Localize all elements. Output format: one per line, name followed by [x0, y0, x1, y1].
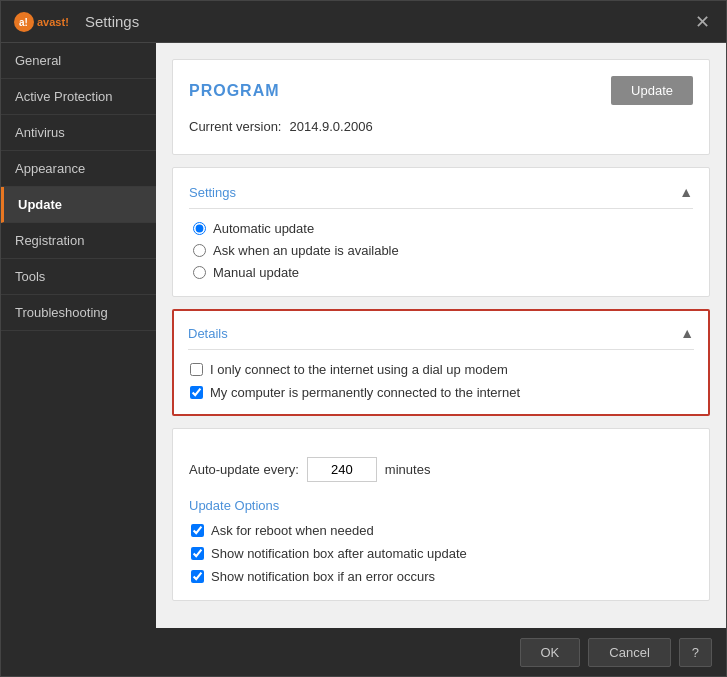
- checkbox-reboot-input[interactable]: [191, 524, 204, 537]
- checkbox-reboot-label: Ask for reboot when needed: [211, 523, 374, 538]
- svg-text:a!: a!: [19, 17, 28, 28]
- checkbox-dialup-label: I only connect to the internet using a d…: [210, 362, 508, 377]
- settings-section-header: Settings ▲: [189, 184, 693, 209]
- content-area: PROGRAM Update Current version: 2014.9.0…: [156, 43, 726, 628]
- radio-automatic-label: Automatic update: [213, 221, 314, 236]
- checkbox-notification[interactable]: Show notification box after automatic up…: [191, 546, 693, 561]
- current-version-row: Current version: 2014.9.0.2006: [189, 119, 693, 138]
- details-section-header: Details ▲: [188, 325, 694, 350]
- window-title: Settings: [85, 13, 139, 30]
- checkbox-error-input[interactable]: [191, 570, 204, 583]
- checkbox-dialup[interactable]: I only connect to the internet using a d…: [190, 362, 694, 377]
- footer-bar: OK Cancel ?: [1, 628, 726, 676]
- sidebar-item-troubleshooting[interactable]: Troubleshooting: [1, 295, 156, 331]
- radio-manual-input[interactable]: [193, 266, 206, 279]
- settings-section-title: Settings: [189, 185, 236, 200]
- close-button[interactable]: ✕: [690, 10, 714, 34]
- update-options-link[interactable]: Update Options: [189, 498, 279, 513]
- details-checkbox-group: I only connect to the internet using a d…: [188, 362, 694, 400]
- auto-update-input[interactable]: [307, 457, 377, 482]
- svg-text:avast!: avast!: [37, 16, 69, 28]
- details-chevron-icon: ▲: [680, 325, 694, 341]
- settings-card: Settings ▲ Automatic update Ask when an …: [172, 167, 710, 297]
- radio-manual-label: Manual update: [213, 265, 299, 280]
- checkbox-permanent[interactable]: My computer is permanently connected to …: [190, 385, 694, 400]
- program-title: PROGRAM: [189, 82, 280, 100]
- help-button[interactable]: ?: [679, 638, 712, 667]
- sidebar-item-update[interactable]: Update: [1, 187, 156, 223]
- update-options-section: Update Options Ask for reboot when neede…: [189, 492, 693, 584]
- cancel-button[interactable]: Cancel: [588, 638, 670, 667]
- radio-ask-label: Ask when an update is available: [213, 243, 399, 258]
- checkbox-reboot[interactable]: Ask for reboot when needed: [191, 523, 693, 538]
- settings-chevron-icon: ▲: [679, 184, 693, 200]
- radio-automatic-input[interactable]: [193, 222, 206, 235]
- sidebar-item-antivirus[interactable]: Antivirus: [1, 115, 156, 151]
- checkbox-permanent-input[interactable]: [190, 386, 203, 399]
- radio-ask[interactable]: Ask when an update is available: [193, 243, 693, 258]
- program-header: PROGRAM Update: [189, 76, 693, 105]
- sidebar-item-registration[interactable]: Registration: [1, 223, 156, 259]
- checkbox-notification-label: Show notification box after automatic up…: [211, 546, 467, 561]
- checkbox-error-label: Show notification box if an error occurs: [211, 569, 435, 584]
- auto-update-suffix: minutes: [385, 462, 431, 477]
- sidebar-item-general[interactable]: General: [1, 43, 156, 79]
- checkbox-permanent-label: My computer is permanently connected to …: [210, 385, 520, 400]
- checkbox-notification-input[interactable]: [191, 547, 204, 560]
- main-layout: General Active Protection Antivirus Appe…: [1, 43, 726, 628]
- ok-button[interactable]: OK: [520, 638, 581, 667]
- radio-manual[interactable]: Manual update: [193, 265, 693, 280]
- auto-update-row: Auto-update every: minutes: [189, 457, 693, 482]
- options-card: Auto-update every: minutes Update Option…: [172, 428, 710, 601]
- title-bar: a! avast! Settings ✕: [1, 1, 726, 43]
- program-card: PROGRAM Update Current version: 2014.9.0…: [172, 59, 710, 155]
- sidebar-item-tools[interactable]: Tools: [1, 259, 156, 295]
- radio-ask-input[interactable]: [193, 244, 206, 257]
- update-options-checkbox-group: Ask for reboot when needed Show notifica…: [189, 523, 693, 584]
- radio-automatic[interactable]: Automatic update: [193, 221, 693, 236]
- details-card: Details ▲ I only connect to the internet…: [172, 309, 710, 416]
- current-version-value: 2014.9.0.2006: [289, 119, 372, 134]
- details-section-title: Details: [188, 326, 228, 341]
- update-button[interactable]: Update: [611, 76, 693, 105]
- sidebar-item-active-protection[interactable]: Active Protection: [1, 79, 156, 115]
- checkbox-error[interactable]: Show notification box if an error occurs: [191, 569, 693, 584]
- auto-update-label: Auto-update every:: [189, 462, 299, 477]
- update-radio-group: Automatic update Ask when an update is a…: [189, 221, 693, 280]
- sidebar-item-appearance[interactable]: Appearance: [1, 151, 156, 187]
- main-window: a! avast! Settings ✕ General Active Prot…: [0, 0, 727, 677]
- logo-area: a! avast! Settings: [13, 11, 139, 33]
- current-version-label: Current version:: [189, 119, 281, 134]
- checkbox-dialup-input[interactable]: [190, 363, 203, 376]
- sidebar: General Active Protection Antivirus Appe…: [1, 43, 156, 628]
- avast-logo-icon: a! avast!: [13, 11, 73, 33]
